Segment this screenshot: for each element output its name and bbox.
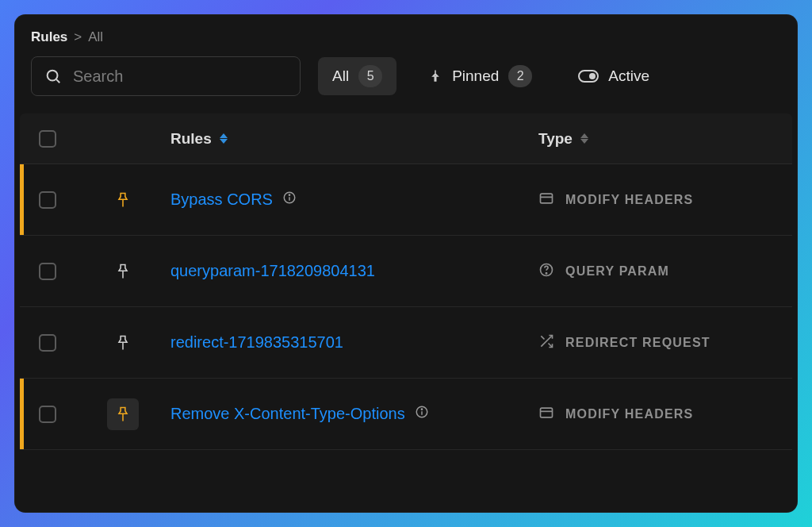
svg-point-3 — [589, 73, 596, 79]
filter-pinned[interactable]: Pinned 2 — [414, 57, 546, 95]
pin-button[interactable] — [107, 398, 139, 430]
breadcrumb-root[interactable]: Rules — [31, 29, 67, 45]
rule-name[interactable]: queryparam-1718209804131 — [170, 262, 538, 280]
pin-button[interactable] — [107, 184, 139, 216]
type-icon — [538, 262, 554, 281]
select-all-checkbox[interactable] — [39, 130, 56, 148]
svg-rect-8 — [541, 194, 553, 203]
info-icon[interactable] — [415, 405, 429, 423]
rules-table: Rules Type Bypass CORSMODIFY HEADERSquer… — [15, 113, 797, 450]
rule-name[interactable]: Bypass CORS — [170, 190, 538, 209]
rule-name[interactable]: redirect-1719835315701 — [170, 333, 538, 352]
sort-icon — [580, 133, 588, 144]
row-checkbox[interactable] — [39, 334, 56, 352]
row-checkbox[interactable] — [39, 406, 56, 423]
svg-rect-18 — [541, 408, 553, 417]
breadcrumb: Rules > All — [15, 29, 797, 56]
svg-point-7 — [289, 194, 289, 195]
table-row: Bypass CORSMODIFY HEADERS — [20, 164, 792, 236]
rule-type-label: MODIFY HEADERS — [565, 193, 693, 207]
rule-type-label: QUERY PARAM — [565, 264, 669, 279]
type-icon — [538, 405, 554, 424]
search-box[interactable] — [31, 56, 301, 96]
table-header: Rules Type — [20, 113, 792, 164]
column-type[interactable]: Type — [538, 130, 792, 148]
search-icon — [44, 67, 62, 85]
filter-all[interactable]: All 5 — [318, 57, 396, 95]
filter-pinned-label: Pinned — [452, 67, 499, 85]
toolbar: All 5 Pinned 2 Active — [15, 56, 797, 113]
toggle-icon — [578, 70, 599, 83]
svg-point-0 — [48, 71, 58, 81]
search-input[interactable] — [73, 67, 287, 86]
sort-icon — [220, 133, 228, 144]
pin-button[interactable] — [107, 256, 139, 287]
rule-type-label: MODIFY HEADERS — [565, 407, 693, 421]
filter-active-label: Active — [608, 67, 649, 85]
rule-type: MODIFY HEADERS — [538, 190, 792, 210]
rule-name-label: Bypass CORS — [170, 190, 273, 209]
rule-name-label: Remove X-Content-Type-Options — [170, 405, 405, 423]
column-rules[interactable]: Rules — [170, 130, 538, 148]
filter-all-label: All — [332, 67, 349, 85]
breadcrumb-current: All — [88, 29, 103, 45]
rule-type: REDIRECT REQUEST — [538, 333, 792, 352]
filter-all-count: 5 — [358, 65, 382, 87]
table-row: queryparam-1718209804131QUERY PARAM — [20, 236, 792, 307]
table-row: Remove X-Content-Type-OptionsMODIFY HEAD… — [20, 379, 792, 450]
svg-line-1 — [56, 79, 59, 83]
rule-type-label: REDIRECT REQUEST — [565, 336, 710, 350]
rule-type: MODIFY HEADERS — [538, 405, 792, 424]
table-row: redirect-1719835315701REDIRECT REQUEST — [20, 307, 792, 379]
svg-point-17 — [421, 409, 422, 410]
rule-name-label: queryparam-1718209804131 — [170, 262, 375, 280]
column-rules-label: Rules — [170, 130, 212, 148]
column-type-label: Type — [538, 130, 573, 148]
rule-name-label: redirect-1719835315701 — [170, 333, 343, 352]
rule-type: QUERY PARAM — [538, 262, 792, 281]
pin-icon — [428, 69, 442, 83]
pin-button[interactable] — [107, 327, 139, 359]
svg-point-12 — [546, 272, 546, 273]
row-checkbox[interactable] — [39, 191, 56, 209]
rules-panel: Rules > All All 5 Pinned 2 Active — [14, 14, 798, 513]
rule-name[interactable]: Remove X-Content-Type-Options — [170, 405, 538, 423]
type-icon — [538, 333, 554, 352]
breadcrumb-separator: > — [74, 29, 82, 45]
filter-pinned-count: 2 — [508, 65, 532, 87]
info-icon[interactable] — [282, 190, 297, 209]
type-icon — [538, 190, 554, 210]
filter-active[interactable]: Active — [564, 60, 664, 93]
row-checkbox[interactable] — [39, 263, 56, 280]
